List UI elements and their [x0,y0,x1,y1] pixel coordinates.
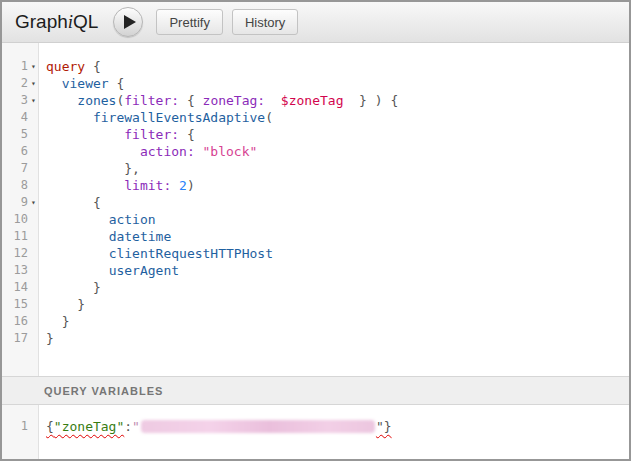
token-p: datetime [109,229,172,244]
graphiql-window: GraphiQL Prettify History 1▾query {2▾ vi… [0,0,631,461]
token-a: filter: [124,93,179,108]
line-number: 5 [2,126,28,143]
token-a: zoneTag: [203,93,266,108]
code-line: 10 action [2,211,629,228]
token-a: limit: [124,178,171,193]
token-pu: } [46,280,101,295]
code-text: clientRequestHTTPHost [39,245,273,262]
fold-toggle-icon[interactable]: ▾ [28,92,39,109]
token-p: clientRequestHTTPHost [109,246,273,261]
code-line: 9▾ { [2,194,629,211]
token-pu [46,93,77,108]
token-pu: } ) { [343,93,398,108]
query-editor[interactable]: 1▾query {2▾ viewer {3▾ zones(filter: { z… [2,43,629,376]
json-key-lint-underline: {"zoneTag" [46,419,124,434]
token-pu [46,178,124,193]
redacted-zone-tag-value [141,420,375,433]
fold-toggle-icon[interactable]: ▾ [28,58,39,75]
line-number: 17 [2,330,28,347]
token-pu: ( [265,110,273,125]
token-k: query [46,59,85,74]
query-variables-header[interactable]: QUERY VARIABLES [2,376,629,405]
fold-spacer [28,296,39,313]
code-line: 1▾query { [2,58,629,75]
fold-spacer [28,143,39,160]
code-line: 11 datetime [2,228,629,245]
token-a: filter: [124,127,179,142]
execute-query-button[interactable] [113,7,143,37]
query-variables-title: QUERY VARIABLES [44,385,163,397]
variables-line-number: 1 [2,418,28,435]
code-text: firewallEventsAdaptive( [39,109,273,126]
code-text: } [39,279,101,296]
line-number: 6 [2,143,28,160]
code-text: datetime [39,228,171,245]
app-title: GraphiQL [15,11,98,33]
token-pu: { [85,59,101,74]
fold-spacer [28,262,39,279]
code-text: { [39,194,101,211]
token-pu [171,178,179,193]
fold-spacer [28,245,39,262]
code-line: 12 clientRequestHTTPHost [2,245,629,262]
fold-spacer [28,228,39,245]
code-line: 6 action: "block" [2,143,629,160]
json-colon: : [124,419,132,434]
token-pu: } [46,297,85,312]
fold-spacer [28,126,39,143]
token-pu: } [46,331,54,346]
code-text: userAgent [39,262,179,279]
line-number: 16 [2,313,28,330]
token-pu [46,144,140,159]
token-v: $zoneTag [281,93,344,108]
line-number: 4 [2,109,28,126]
token-a: action: [140,144,195,159]
code-line: 4 firewallEventsAdaptive( [2,109,629,126]
toolbar: GraphiQL Prettify History [2,2,629,43]
token-pu [46,246,109,261]
token-n: 2 [179,178,187,193]
json-close: "} [376,419,392,434]
token-pu: } [46,314,69,329]
code-line: 7 }, [2,160,629,177]
code-line: 17} [2,330,629,347]
code-text: query { [39,58,101,75]
line-number: 8 [2,177,28,194]
json-open-brace: { [46,419,54,434]
token-pu: { [179,127,195,142]
line-number: 14 [2,279,28,296]
token-pu: { [179,93,202,108]
code-lines: 1▾query {2▾ viewer {3▾ zones(filter: { z… [2,58,629,347]
token-p: action [109,212,156,227]
token-pu [46,263,109,278]
token-pu: { [109,76,125,91]
token-pu [46,212,109,227]
history-button[interactable]: History [232,9,298,35]
token-pu [46,229,109,244]
line-number: 1 [2,58,28,75]
prettify-button[interactable]: Prettify [156,9,222,35]
code-line: 3▾ zones(filter: { zoneTag: $zoneTag } )… [2,92,629,109]
code-line: 8 limit: 2) [2,177,629,194]
play-icon [124,15,136,29]
code-text: limit: 2) [39,177,195,194]
fold-toggle-icon[interactable]: ▾ [28,75,39,92]
line-number: 11 [2,228,28,245]
variables-line: 1 {"zoneTag":""} [2,418,629,435]
line-number: 13 [2,262,28,279]
line-number: 2 [2,75,28,92]
token-pu: }, [46,161,140,176]
fold-spacer [28,279,39,296]
token-p: zones [77,93,116,108]
code-line: 15 } [2,296,629,313]
line-number: 9 [2,194,28,211]
fold-toggle-icon[interactable]: ▾ [28,194,39,211]
json-close-lint-underline: "} [376,419,392,434]
value-open-quote: " [132,419,140,434]
code-text: action: "block" [39,143,257,160]
code-text: filter: { [39,126,195,143]
app-title-ql: QL [73,11,98,32]
variables-editor[interactable]: 1 {"zoneTag":""} [2,405,629,459]
token-pu: ) [187,178,195,193]
code-line: 2▾ viewer { [2,75,629,92]
